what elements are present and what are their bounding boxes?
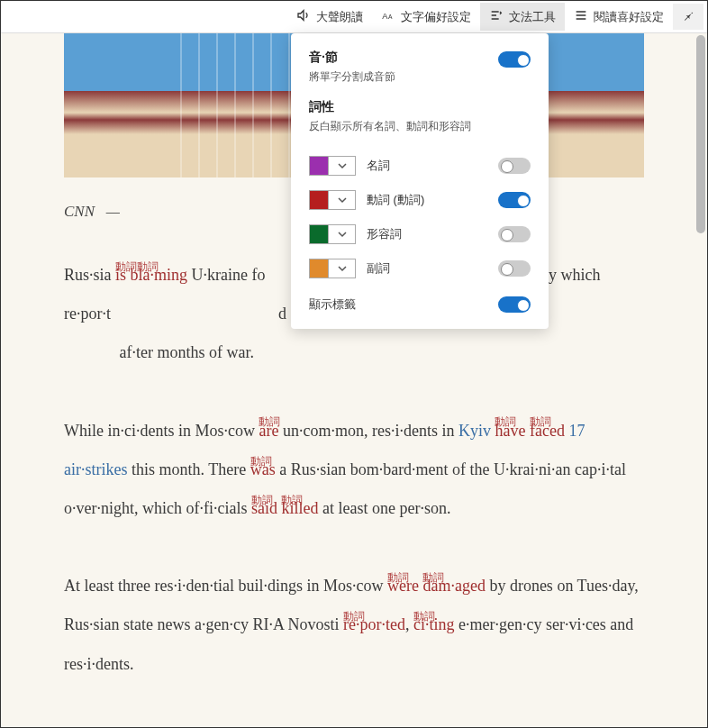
color-dropdown-noun[interactable] [329,156,356,176]
pos-label-noun: 名詞 [367,158,498,174]
grammar-panel: 音·節 將單字分割成音節 詞性 反白顯示所有名詞、動詞和形容詞 名詞 動詞 (動… [291,33,549,329]
pos-tag: 動詞 [250,449,272,475]
pos-tag: 動詞 [115,260,137,273]
speaker-icon [296,8,311,25]
text-size-icon: AA [381,8,395,25]
pos-tag: 動詞 [251,487,273,514]
text: Rus·sia [64,266,115,284]
color-swatch-noun [309,156,329,176]
pin-button[interactable] [673,4,703,30]
verb-word: 動詞were [387,577,419,595]
pos-row-adj: 形容詞 [309,217,531,251]
read-aloud-button[interactable]: 大聲朗讀 [287,3,372,31]
pos-tag: 動詞 [371,721,393,728]
pos-tag: 動詞 [413,604,435,630]
text: While in·ci·dents in Mos·cow [64,422,259,440]
text-pref-label: 文字偏好設定 [401,9,471,25]
pos-toggle-noun[interactable] [498,158,531,174]
pos-tag: 動詞 [137,260,159,273]
svg-text:A: A [388,14,393,20]
paragraph-2: While in·ci·dents in Mos·cow 動詞are un·co… [64,412,644,529]
verb-word: 動詞faced [530,422,565,440]
text: U·kraine fo [187,266,265,284]
color-dropdown-adj[interactable] [329,224,356,244]
svg-text:A: A [382,12,388,21]
pos-label-adj: 形容詞 [367,226,498,242]
pos-tag: 動詞 [422,565,444,591]
syllable-toggle[interactable] [498,51,531,68]
grammar-tool-button[interactable]: 文法工具 [480,3,565,31]
color-dropdown-verb[interactable] [329,190,356,210]
read-pref-button[interactable]: 閱讀喜好設定 [565,3,673,31]
verb-word: 動詞are [259,422,278,440]
verb-word: 動詞re·por·ted [343,615,405,633]
paragraph-3: At least three res·i·den·tial buil·dings… [64,567,644,684]
pos-toggle-adv[interactable] [498,260,531,277]
color-swatch-verb [309,190,329,210]
pos-title: 詞性 [309,99,531,115]
pos-row-adv: 副詞 [309,251,531,286]
link-kyiv[interactable]: Kyiv [458,422,491,440]
grammar-icon [489,8,504,25]
show-labels-row: 顯示標籤 [309,296,531,313]
source-name: CNN [64,203,95,220]
pos-tag: 動詞 [387,565,409,591]
color-dropdown-adv[interactable] [329,259,356,278]
text: at least one per·son. [318,499,450,517]
text: , [405,615,413,633]
dash: — [106,203,120,220]
verb-word: 動詞動詞is bla·ming [115,266,187,284]
syllable-title: 音·節 [309,50,498,66]
text: At least three res·i·den·tial buil·dings… [64,577,387,595]
reader-toolbar: 大聲朗讀 AA 文字偏好設定 文法工具 閱讀喜好設定 [1,1,707,33]
read-aloud-label: 大聲朗讀 [316,9,363,25]
text-pref-button[interactable]: AA 文字偏好設定 [372,3,480,31]
pos-tag: 動詞 [495,409,516,435]
pos-toggle-verb[interactable] [498,192,531,208]
text: un·com·mon, res·i·dents in [278,422,458,440]
verb-word: 動詞have [495,422,525,440]
verb-word: 動詞was [250,460,276,478]
read-pref-label: 閱讀喜好設定 [594,9,664,25]
grammar-tool-label: 文法工具 [509,9,556,25]
pin-icon [682,11,694,24]
pos-tag: 動詞 [530,409,551,435]
verb-word: 動詞ci·ting [413,615,455,633]
verb-word: 動詞dam·aged [422,577,485,595]
pos-tag: 動詞 [304,721,326,728]
pos-label-verb: 動詞 (動詞) [367,192,498,208]
pos-tag: 動詞 [259,409,280,435]
color-swatch-adj [309,224,329,244]
pos-tag: 動詞 [281,487,303,514]
pos-row-verb: 動詞 (動詞) [309,183,531,217]
lines-icon [574,8,588,25]
show-labels-toggle[interactable] [498,296,531,313]
pos-desc: 反白顯示所有名詞、動詞和形容詞 [309,119,531,134]
verb-word: 動詞killed [281,499,318,517]
paragraph-4: Mos·cow may·or Ser·gei So·by·a·nin 動詞sai… [64,723,644,728]
text: this month. There [127,460,250,478]
text: af·ter months of war. [119,343,253,361]
pos-label-adv: 副詞 [367,260,498,277]
syllable-desc: 將單字分割成音節 [309,69,531,85]
pos-tag: 動詞 [546,721,567,728]
verb-word: 動詞said [251,499,277,517]
pos-tag: 動詞 [343,604,365,630]
pos-toggle-adj[interactable] [498,226,531,242]
show-labels-text: 顯示標籤 [309,296,498,313]
pos-row-noun: 名詞 [309,149,531,183]
color-swatch-adv [309,259,329,278]
